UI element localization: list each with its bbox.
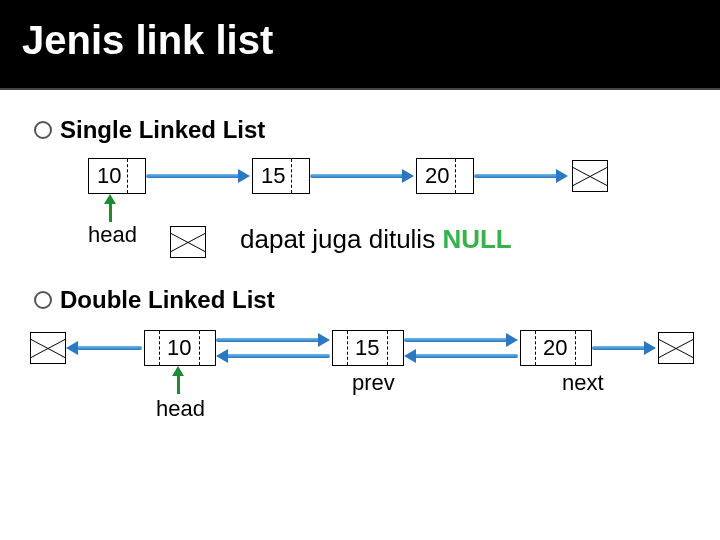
sll-head-label: head — [88, 222, 137, 248]
node-divider — [127, 159, 128, 193]
node-divider — [347, 331, 348, 365]
sll-node-3-value: 20 — [425, 163, 449, 189]
dll-node-2-value: 15 — [355, 335, 379, 361]
dll-node-1: 10 — [144, 330, 216, 366]
null-terminator-icon — [170, 226, 206, 258]
diagram-stage: Single Linked List 10 15 20 head dapat j… — [0, 90, 720, 540]
null-note: dapat juga ditulis NULL — [240, 224, 512, 255]
sll-node-3: 20 — [416, 158, 474, 194]
node-divider — [535, 331, 536, 365]
next-label: next — [562, 370, 604, 396]
null-terminator-icon — [658, 332, 694, 364]
null-terminator-icon — [572, 160, 608, 192]
heading-single: Single Linked List — [34, 116, 265, 144]
page-title: Jenis link list — [22, 18, 273, 63]
dll-node-2: 15 — [332, 330, 404, 366]
bullet-icon — [34, 121, 52, 139]
dll-node-3: 20 — [520, 330, 592, 366]
heading-single-text: Single Linked List — [60, 116, 265, 143]
heading-double-text: Double Linked List — [60, 286, 275, 313]
heading-double: Double Linked List — [34, 286, 275, 314]
node-divider — [291, 159, 292, 193]
sll-node-2-value: 15 — [261, 163, 285, 189]
sll-node-1: 10 — [88, 158, 146, 194]
null-keyword: NULL — [442, 224, 511, 254]
node-divider — [199, 331, 200, 365]
node-divider — [575, 331, 576, 365]
dll-node-1-value: 10 — [167, 335, 191, 361]
node-divider — [159, 331, 160, 365]
null-terminator-icon — [30, 332, 66, 364]
node-divider — [455, 159, 456, 193]
dll-head-label: head — [156, 396, 205, 422]
node-divider — [387, 331, 388, 365]
sll-node-2: 15 — [252, 158, 310, 194]
null-note-text: dapat juga ditulis — [240, 224, 442, 254]
sll-node-1-value: 10 — [97, 163, 121, 189]
dll-node-3-value: 20 — [543, 335, 567, 361]
bullet-icon — [34, 291, 52, 309]
prev-label: prev — [352, 370, 395, 396]
title-bar: Jenis link list — [0, 0, 720, 90]
